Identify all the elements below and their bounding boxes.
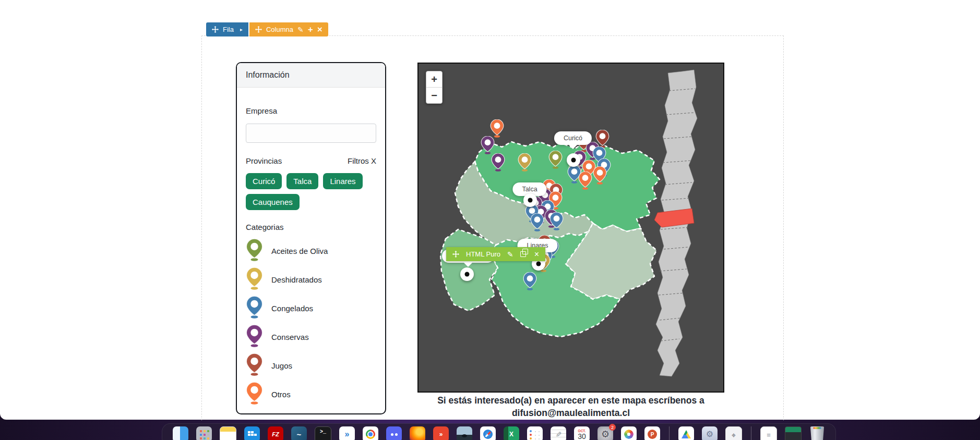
edit-pencil-icon[interactable]: ✎ [297, 26, 304, 33]
category-pin-icon [246, 267, 263, 292]
map-pin-orange[interactable] [593, 166, 607, 187]
category-item-congelados[interactable]: Congelados [246, 294, 376, 323]
calendar-day-label: 30 [578, 433, 586, 440]
info-panel: Información Empresa Provincias Filtros X… [236, 62, 386, 414]
dock-reminders-icon[interactable] [527, 426, 543, 440]
map-pin-purple[interactable] [491, 153, 505, 174]
dock-calendar-icon[interactable]: OCT.30 [574, 426, 590, 440]
category-item-jugos[interactable]: Jugos [246, 351, 376, 380]
map-widget[interactable]: + − CuricóTalcaLinaresCauquenes HTML Pur… [417, 63, 724, 393]
dock-separator [669, 426, 670, 440]
province-button-curico[interactable]: Curicó [246, 173, 282, 189]
dock-settings-icon[interactable]: ⚙2 [597, 426, 613, 440]
add-icon[interactable]: + [308, 25, 313, 34]
map-pin-olive[interactable] [548, 151, 563, 171]
dock-firefox-icon[interactable] [410, 426, 425, 440]
dock-filezilla-icon[interactable]: FZ [268, 426, 283, 440]
column-badge[interactable]: Columna ✎ + × [249, 22, 328, 36]
chevron-right-icon[interactable]: ▸ [240, 27, 243, 32]
dock-powerpoint-icon[interactable]: P [644, 426, 660, 440]
edit-pencil-icon[interactable]: ✎ [507, 251, 513, 258]
province-button-cauquenes[interactable]: Cauquenes [246, 194, 300, 210]
category-legend: Aceites de OlivaDeshidratadosCongeladosC… [246, 237, 376, 409]
map-city-marker-talca[interactable] [523, 193, 537, 207]
category-pin-icon [246, 325, 263, 349]
dock-archive-icon[interactable]: ⚙ [702, 426, 718, 440]
dock-media-icon[interactable] [457, 426, 472, 440]
category-label: Otros [271, 390, 291, 399]
category-label: Aceites de Oliva [271, 247, 328, 255]
dock-gdrive-icon[interactable] [678, 426, 694, 440]
dock-photos-icon[interactable] [621, 426, 637, 440]
dock-launchpad-icon[interactable] [196, 426, 212, 440]
caption-line2: difusion@maulealimenta.cl [417, 407, 724, 420]
row-badge-label: Fila [223, 26, 234, 33]
move-icon [255, 26, 262, 33]
dock-terminal-icon[interactable]: >_ [315, 426, 331, 440]
zoom-out-button[interactable]: − [426, 88, 442, 103]
map-geography [419, 64, 723, 392]
chrome-icon-art [366, 430, 375, 439]
category-pin-icon [246, 382, 263, 407]
categorias-label: Categorias [246, 223, 376, 231]
map-pin-orange[interactable] [578, 172, 592, 192]
browser-page: Fila ▸ Columna ✎ + × Información Empresa… [0, 0, 980, 420]
empresa-input[interactable] [246, 124, 376, 143]
dock-separator [751, 426, 751, 440]
excel-glyph: X [509, 431, 513, 437]
close-icon[interactable]: × [317, 25, 322, 34]
dock-docker-icon[interactable] [244, 426, 260, 440]
category-item-otros[interactable]: Otros [246, 380, 376, 409]
dock-textedit-icon[interactable]: ✎ [551, 426, 566, 440]
dock-vscode-icon[interactable]: » [339, 426, 355, 440]
map-caption: Si estás interesado(a) en aparecer en es… [417, 395, 724, 419]
province-button-talca[interactable]: Talca [286, 173, 318, 189]
category-item-aceites-de-oliva[interactable]: Aceites de Oliva [246, 237, 376, 265]
category-item-conservas[interactable]: Conservas [246, 323, 376, 351]
dock-mysql-icon[interactable]: ~ [291, 426, 307, 440]
dock-discord-icon[interactable] [386, 426, 402, 440]
html-widget-toolbar[interactable]: HTML Puro ✎ × [446, 247, 545, 261]
dock-chrome-icon[interactable] [363, 426, 378, 440]
dock-notes-icon[interactable] [220, 426, 236, 440]
map-pin-blue[interactable] [549, 212, 564, 233]
category-label: Jugos [271, 361, 292, 370]
row-badge[interactable]: Fila ▸ [206, 22, 248, 36]
map-city-marker-cauquenes[interactable] [460, 267, 474, 281]
map-city-marker-curico[interactable] [567, 153, 580, 167]
map-pin-gold[interactable] [518, 153, 532, 174]
docker-icon-art [251, 434, 254, 436]
chile-maule-highlight [654, 209, 694, 227]
category-item-deshidratados[interactable]: Deshidratados [246, 265, 376, 294]
info-panel-header: Información [237, 63, 385, 88]
builder-badges: Fila ▸ Columna ✎ + × [206, 22, 328, 36]
dock-excel-icon[interactable]: X [504, 426, 519, 440]
discord-icon-art [391, 433, 393, 436]
province-button-linares[interactable]: Linares [323, 173, 362, 189]
dock-window-icon[interactable] [785, 426, 802, 440]
map-zoom-control: + − [426, 71, 443, 104]
archive-glyph: ⚙ [706, 430, 713, 438]
dock-safari-icon[interactable] [480, 426, 496, 440]
info-panel-title: Información [246, 70, 290, 80]
move-icon [212, 26, 219, 33]
filtros-clear-button[interactable]: Filtros X [348, 156, 376, 165]
close-icon[interactable]: × [534, 250, 539, 259]
province-buttons: CuricóTalcaLinaresCauquenes [246, 173, 376, 210]
dock-finder-icon[interactable] [173, 426, 188, 440]
dock-dev-red-icon[interactable]: » [433, 426, 449, 440]
duplicate-icon[interactable] [520, 251, 526, 257]
category-pin-icon [246, 353, 263, 378]
dock-trash-icon[interactable] [809, 426, 825, 440]
map-pin-blue[interactable] [523, 272, 537, 292]
document-glyph: ≡ [767, 432, 771, 438]
dock-document-icon[interactable]: ≡ [760, 426, 777, 440]
zoom-in-button[interactable]: + [426, 71, 442, 88]
terminal-glyph: >_ [320, 430, 326, 435]
map-pin-blue[interactable] [530, 213, 544, 234]
media-icon-art [462, 434, 467, 437]
empresa-label: Empresa [246, 106, 376, 115]
dock-calipers-icon[interactable]: ⌖ [725, 426, 742, 440]
caption-line1: Si estás interesado(a) en aparecer en es… [417, 395, 724, 407]
category-label: Congelados [271, 304, 313, 313]
